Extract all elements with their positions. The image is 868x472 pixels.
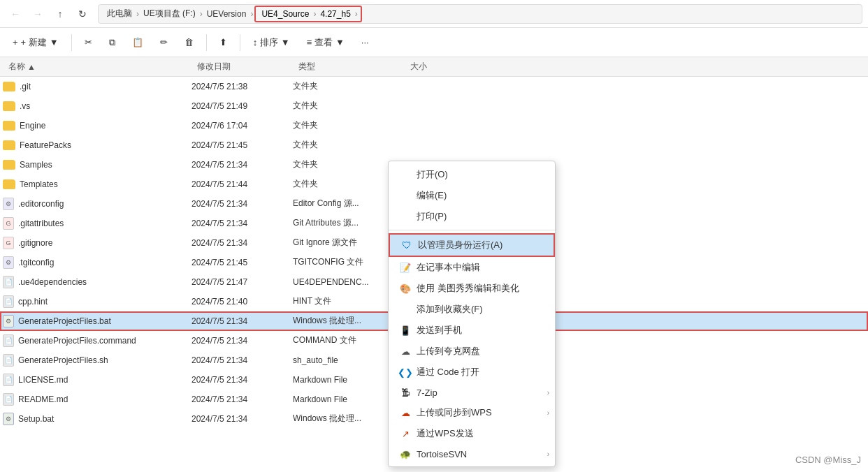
file-date: 2024/7/5 21:47	[191, 277, 293, 287]
column-headers: 名称 ▲ 修改日期 类型 大小	[0, 57, 868, 77]
context-icon: 📱	[400, 325, 411, 336]
file-name: ⚙ Setup.bat	[3, 413, 191, 425]
folder-icon	[3, 160, 15, 170]
context-icon: 📝	[400, 262, 411, 273]
table-row[interactable]: .git 2024/7/5 21:38 文件夹	[0, 77, 868, 96]
forward-button[interactable]: →	[28, 4, 48, 24]
context-menu-item[interactable]: ↗ 通过WPS发送	[389, 423, 555, 444]
file-name: 📄 GenerateProjectFiles.sh	[3, 354, 191, 367]
breadcrumb-ue4source[interactable]: UE4_Source	[259, 8, 312, 20]
context-menu-item[interactable]: ☁ 上传或同步到WPS ›	[389, 402, 555, 423]
context-item-label: 添加到收藏夹(F)	[417, 303, 483, 316]
file-type: 文件夹	[293, 139, 405, 151]
context-menu-item[interactable]: 打印(P)	[389, 206, 555, 227]
file-icon: 📄	[3, 374, 14, 386]
context-menu-item[interactable]: 🗜 7-Zip ›	[389, 383, 555, 402]
nav-buttons: ← → ↑ ↻	[6, 4, 92, 24]
file-date: 2024/7/5 21:34	[191, 199, 293, 209]
context-icon	[400, 169, 411, 180]
copy-button[interactable]: ⧉	[102, 31, 122, 54]
table-row[interactable]: Engine 2024/7/6 17:04 文件夹	[0, 116, 868, 135]
file-date: 2024/7/5 21:45	[191, 258, 293, 267]
col-header-type[interactable]: 类型	[293, 61, 405, 73]
file-icon: 📄	[3, 276, 14, 288]
breadcrumb-drive[interactable]: UE项目盘 (F:)	[140, 6, 198, 21]
toolbar-divider-2	[206, 34, 207, 51]
file-name: Samples	[3, 160, 191, 170]
file-date: 2024/7/5 21:34	[191, 160, 293, 170]
context-item-label: 上传或同步到WPS	[417, 406, 492, 419]
file-name: FeaturePacks	[3, 140, 191, 150]
submenu-arrow-icon: ›	[547, 389, 549, 397]
config-icon: ⚙	[3, 198, 14, 210]
breadcrumb-ueversion[interactable]: UEVersion	[204, 8, 249, 20]
context-menu-item[interactable]: ❮❯ 通过 Code 打开	[389, 362, 555, 383]
sort-dropdown-icon: ▼	[281, 37, 290, 47]
col-header-size[interactable]: 大小	[405, 61, 461, 73]
context-icon: 🗜	[400, 387, 411, 398]
back-button[interactable]: ←	[6, 4, 25, 24]
table-row[interactable]: FeaturePacks 2024/7/5 21:45 文件夹	[0, 135, 868, 155]
file-date: 2024/7/6 17:04	[191, 121, 293, 131]
config-icon: ⚙	[3, 256, 14, 269]
delete-button[interactable]: 🗑	[178, 31, 201, 54]
sort-button[interactable]: ↕ 排序 ▼	[246, 31, 297, 54]
col-sort-arrow: ▲	[27, 62, 36, 72]
breadcrumb-pc[interactable]: 此电脑	[104, 6, 135, 21]
breadcrumb[interactable]: 此电脑 › UE项目盘 (F:) › UEVersion › UE4_Sourc…	[98, 4, 862, 24]
up-button[interactable]: ↑	[50, 4, 70, 24]
breadcrumb-427h5[interactable]: 4.27_h5	[317, 8, 353, 20]
context-icon: ❮❯	[400, 367, 411, 378]
context-menu-item[interactable]: 添加到收藏夹(F)	[389, 299, 555, 320]
file-date: 2024/7/5 21:40	[191, 297, 293, 307]
context-menu-item[interactable]: 🛡 以管理员身份运行(A)	[389, 233, 555, 257]
context-menu-separator	[389, 230, 555, 230]
file-name: G .gitignore	[3, 237, 191, 249]
context-icon	[400, 304, 411, 315]
file-date: 2024/7/5 21:44	[191, 179, 293, 189]
context-menu-item[interactable]: 📝 在记事本中编辑	[389, 257, 555, 278]
table-row[interactable]: .vs 2024/7/5 21:49 文件夹	[0, 96, 868, 116]
title-bar: ← → ↑ ↻ 此电脑 › UE项目盘 (F:) › UEVersion › U…	[0, 0, 868, 28]
col-header-date[interactable]: 修改日期	[191, 61, 293, 73]
context-menu-item[interactable]: 编辑(E)	[389, 185, 555, 206]
context-menu-item[interactable]: 🎨 使用 美图秀秀编辑和美化	[389, 278, 555, 299]
context-menu-item[interactable]: ☁ 上传到夸克网盘	[389, 341, 555, 362]
refresh-button[interactable]: ↻	[73, 4, 92, 24]
file-name: 📄 cpp.hint	[3, 295, 191, 308]
rename-button[interactable]: ✏	[153, 31, 175, 54]
folder-icon	[3, 140, 15, 150]
new-button[interactable]: + + 新建 ▼	[6, 31, 66, 54]
cut-button[interactable]: ✂	[78, 31, 99, 54]
copy-icon: ⧉	[109, 37, 115, 48]
toolbar-divider-3	[240, 34, 240, 51]
file-name: 📄 README.md	[3, 393, 191, 406]
context-item-label: 打印(P)	[417, 210, 447, 223]
file-name: ⚙ GenerateProjectFiles.bat	[3, 315, 191, 327]
context-item-label: 发送到手机	[417, 324, 462, 337]
view-label: ≡ 查看	[307, 36, 333, 49]
file-type: 文件夹	[293, 80, 405, 92]
context-item-label: TortoiseSVN	[417, 449, 467, 459]
view-dropdown-icon: ▼	[335, 37, 345, 47]
context-icon	[400, 190, 411, 201]
context-menu-item[interactable]: 🐢 TortoiseSVN ›	[389, 444, 555, 464]
toolbar: + + 新建 ▼ ✂ ⧉ 📋 ✏ 🗑 ⬆ ↕ 排序 ▼ ≡ 查看 ▼ ···	[0, 28, 868, 57]
context-menu: 打开(O) 编辑(E) 打印(P) 🛡 以管理员身份运行(A) 📝 在记事本中编…	[388, 161, 556, 467]
context-menu-item[interactable]: 打开(O)	[389, 164, 555, 185]
more-button[interactable]: ···	[354, 31, 376, 54]
toolbar-divider-1	[71, 34, 72, 51]
bat-icon: ⚙	[3, 413, 14, 425]
rename-icon: ✏	[160, 37, 168, 47]
file-date: 2024/7/5 21:34	[191, 336, 293, 346]
context-menu-item[interactable]: 📱 发送到手机	[389, 320, 555, 341]
share-button[interactable]: ⬆	[212, 31, 234, 54]
file-name: ⚙ .editorconfig	[3, 198, 191, 210]
view-button[interactable]: ≡ 查看 ▼	[300, 31, 352, 54]
context-icon: 🎨	[400, 283, 411, 294]
new-dropdown-icon: ▼	[50, 37, 59, 47]
context-icon: ↗	[400, 428, 411, 439]
paste-button[interactable]: 📋	[125, 31, 150, 54]
col-header-name[interactable]: 名称 ▲	[3, 61, 191, 73]
file-date: 2024/7/5 21:34	[191, 238, 293, 248]
